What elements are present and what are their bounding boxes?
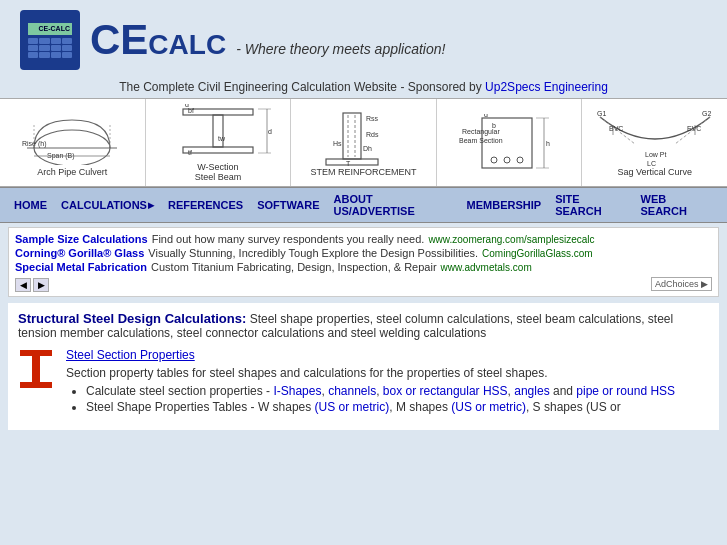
logo-text: CECALC - Where theory meets application! [90, 16, 445, 64]
i-beam-icon [18, 348, 54, 392]
link-channels[interactable]: channels [328, 384, 376, 398]
svg-rect-49 [20, 350, 52, 356]
steel-section-row: Steel Section Properties Section propert… [18, 348, 709, 416]
stem-svg: Rss Rds Dh Hs T [308, 109, 418, 167]
nav-membership[interactable]: MEMBERSHIP [461, 196, 548, 214]
ad-1-desc: Find out how many survey respondents you… [152, 233, 425, 245]
link-pipe-hss[interactable]: pipe or round HSS [576, 384, 675, 398]
section-title: Structural Steel Design Calculations: [18, 311, 246, 326]
nav-home[interactable]: HOME [8, 196, 53, 214]
svg-text:tf: tf [188, 149, 192, 156]
calc-btn [62, 52, 72, 58]
arch-pipe-label: Arch Pipe Culvert [37, 167, 107, 177]
svg-point-28 [491, 157, 497, 163]
steel-icon-wrapper [18, 348, 54, 395]
main-content: Structural Steel Design Calculations: St… [8, 303, 719, 430]
svg-point-29 [504, 157, 510, 163]
bullet-list: Calculate steel section properties - I-S… [86, 384, 675, 414]
svg-rect-51 [20, 382, 52, 388]
svg-text:d: d [268, 128, 272, 135]
calc-btn [62, 38, 72, 44]
svg-rect-50 [32, 356, 40, 382]
steel-section-details: Steel Section Properties Section propert… [66, 348, 675, 416]
arch-pipe-img: Rise (h) Span (B) [12, 110, 132, 165]
svg-text:Beam Section: Beam Section [459, 137, 503, 144]
stem-label: STEM REINFORCEMENT [310, 167, 416, 177]
ad-row-1: Sample Size Calculations Find out how ma… [15, 232, 712, 246]
svg-text:bf: bf [188, 107, 194, 114]
calculator-logo-icon: CE-CALC [20, 10, 80, 70]
svg-text:Low Pt: Low Pt [645, 151, 666, 158]
link-hss[interactable]: box or rectangular HSS [383, 384, 508, 398]
w-section-label: W-Section Steel Beam [195, 162, 242, 182]
ad-1-url[interactable]: www.zoomerang.com/samplesizecalc [428, 234, 594, 245]
nav-references[interactable]: REFERENCES [162, 196, 249, 214]
steel-section-desc: Section property tables for steel shapes… [66, 366, 675, 380]
ad-prev-button[interactable]: ◀ [15, 278, 31, 292]
svg-text:Hs: Hs [333, 140, 342, 147]
bullet-item-1: Calculate steel section properties - I-S… [86, 384, 675, 398]
ad-next-button[interactable]: ▶ [33, 278, 49, 292]
sag-curve-svg: G1 G2 LC BVC EVC Low Pt [595, 109, 715, 167]
calc-btn [28, 45, 38, 51]
bullet-item-2: Steel Shape Properties Tables - W shapes… [86, 400, 675, 414]
svg-rect-9 [183, 147, 253, 153]
rect-beam-img: h b Rectangular Beam Section d [449, 115, 569, 170]
link-angles[interactable]: angles [514, 384, 549, 398]
hero-rect-beam: h b Rectangular Beam Section d [437, 99, 583, 186]
ad-3-title[interactable]: Special Metal Fabrication [15, 261, 147, 273]
calc-btn [28, 52, 38, 58]
nav-bar: HOME CALCULATIONS ▶ REFERENCES SOFTWARE … [0, 187, 727, 223]
nav-web-search[interactable]: WEB SEARCH [635, 190, 720, 220]
calc-btn [62, 45, 72, 51]
svg-text:G2: G2 [702, 110, 711, 117]
calc-btn [51, 52, 61, 58]
ad-choices-label[interactable]: AdChoices ▶ [651, 277, 712, 291]
svg-text:Rds: Rds [366, 131, 379, 138]
section-intro: Structural Steel Design Calculations: St… [18, 311, 709, 348]
calc-btn [39, 52, 49, 58]
hero-images: Rise (h) Span (B) Arch Pipe Culvert [0, 98, 727, 187]
link-m-us-metric[interactable]: (US or metric) [451, 400, 526, 414]
calc-buttons [28, 38, 72, 58]
svg-text:h: h [546, 140, 550, 147]
logo-calc: CALC [148, 29, 226, 61]
steel-section-link[interactable]: Steel Section Properties [66, 348, 195, 362]
ad-1-title[interactable]: Sample Size Calculations [15, 233, 148, 245]
svg-text:Dh: Dh [363, 145, 372, 152]
link-i-shapes[interactable]: I-Shapes [273, 384, 321, 398]
svg-text:T: T [346, 160, 351, 167]
nav-site-search[interactable]: SITE SEARCH [549, 190, 632, 220]
link-w-us-metric[interactable]: (US or metric) [315, 400, 390, 414]
ad-3-desc: Custom Titanium Fabricating, Design, Ins… [151, 261, 437, 273]
ad-row-2: Corning® Gorilla® Glass Visually Stunnin… [15, 246, 712, 260]
svg-text:EVC: EVC [687, 125, 701, 132]
nav-software[interactable]: SOFTWARE [251, 196, 325, 214]
ad-box: Sample Size Calculations Find out how ma… [8, 227, 719, 297]
ad-2-desc: Visually Stunning, Incredibly Tough Expl… [148, 247, 478, 259]
sag-curve-img: G1 G2 LC BVC EVC Low Pt [595, 110, 715, 165]
ad-2-url[interactable]: ComingGorillaGlass.com [482, 248, 593, 259]
svg-rect-19 [326, 159, 378, 165]
svg-text:Rectangular: Rectangular [462, 128, 500, 136]
rect-beam-svg: h b Rectangular Beam Section d [454, 114, 564, 172]
hero-sag-curve: G1 G2 LC BVC EVC Low Pt Sag Vertical Cur… [582, 99, 727, 186]
ad-3-url[interactable]: www.advmetals.com [441, 262, 532, 273]
calc-btn [39, 38, 49, 44]
w-section-svg: d d tw bf tf [163, 104, 273, 162]
ad-nav-buttons: ◀ ▶ [15, 278, 49, 292]
hero-arch-pipe: Rise (h) Span (B) Arch Pipe Culvert [0, 99, 146, 186]
w-section-img: d d tw bf tf [158, 105, 278, 160]
calc-btn [51, 45, 61, 51]
nav-calculations[interactable]: CALCULATIONS ▶ [55, 196, 160, 214]
ad-2-title[interactable]: Corning® Gorilla® Glass [15, 247, 144, 259]
calc-btn [28, 38, 38, 44]
logo-tagline: - Where theory meets application! [236, 41, 445, 57]
svg-text:Rss: Rss [366, 115, 379, 122]
nav-about[interactable]: ABOUT US/ADVERTISE [328, 190, 459, 220]
sponsored-text: The Complete Civil Engineering Calculati… [119, 80, 482, 94]
stem-img: Rss Rds Dh Hs T [303, 110, 423, 165]
calc-screen: CE-CALC [28, 23, 72, 35]
svg-text:LC: LC [647, 160, 656, 167]
sponsored-link[interactable]: Up2Specs Engineering [485, 80, 608, 94]
